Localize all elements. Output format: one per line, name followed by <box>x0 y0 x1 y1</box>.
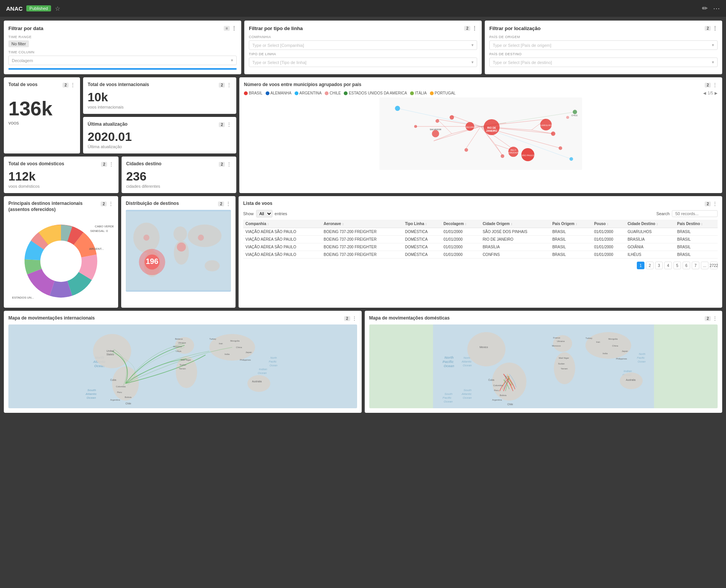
total-dom-controls: 2 ⋮ <box>101 161 114 167</box>
filter-type-header: Filtrar por tipo de linha 2 ⋮ <box>249 25 477 31</box>
companhia-select[interactable]: Type or Select [Companhia] ▾ <box>249 40 477 50</box>
col-pais-destino[interactable]: País Destino ↕ <box>675 220 718 228</box>
svg-text:Philippines: Philippines <box>240 359 251 361</box>
chevron-down-icon: ▾ <box>471 43 474 48</box>
table-row: VIAÇÃO AÉREA SÃO PAULOBOEING 737-200 FRE… <box>243 251 718 259</box>
total-int-label: voos internacionais <box>88 105 232 109</box>
sort-icon: ↕ <box>511 222 513 226</box>
total-int-value: 10k <box>88 91 232 103</box>
page-2-btn[interactable]: 2 <box>646 262 654 269</box>
mapa-domestico-card: Mapa de movimentações domésticas 2 ⋮ Nor… <box>365 311 723 413</box>
svg-text:China: China <box>236 346 242 348</box>
search-row: Search <box>656 210 718 217</box>
distribuicao-controls: 2 ⋮ <box>218 201 231 207</box>
total-domesticos-card: Total de voos domésticos 2 ⋮ 112k voos d… <box>4 157 119 193</box>
svg-point-48 <box>566 116 569 119</box>
svg-text:North: North <box>639 353 645 355</box>
svg-point-128 <box>585 332 631 359</box>
origem-select[interactable]: Type or Select [País de origem] ▾ <box>489 40 718 50</box>
table-controls: Show All 10 25 50 entries Search <box>243 210 718 217</box>
svg-text:Morocco: Morocco <box>173 345 182 348</box>
page-1-btn[interactable]: 1 <box>637 262 644 269</box>
col-pais-origem[interactable]: País Origem ↕ <box>550 220 592 228</box>
total-int-menu[interactable]: ⋮ <box>226 82 232 88</box>
ultima-menu[interactable]: ⋮ <box>226 121 232 128</box>
legend-next-icon[interactable]: ▶ <box>715 91 718 95</box>
total-dom-header: Total de voos domésticos 2 ⋮ <box>8 161 114 167</box>
svg-text:HORIZONTE: HORIZONTE <box>508 152 519 154</box>
lista-menu[interactable]: ⋮ <box>712 201 718 207</box>
date-slider[interactable] <box>8 68 237 70</box>
search-input[interactable] <box>672 210 718 217</box>
total-int-badge: 2 <box>219 83 225 88</box>
topbar-right: ✏ ⋯ <box>702 4 720 13</box>
destino-select[interactable]: Type or Select [País de destino] ▾ <box>489 58 718 67</box>
ultima-label: Última atualização <box>88 144 232 149</box>
distribuicao-menu[interactable]: ⋮ <box>226 201 231 207</box>
page-3-btn[interactable]: 3 <box>655 262 663 269</box>
svg-text:Pacific: Pacific <box>442 396 452 399</box>
destinos-title: Principais destinos internacionais (asse… <box>8 201 101 213</box>
svg-text:RIO DE: RIO DE <box>487 126 496 129</box>
mapa-int-menu[interactable]: ⋮ <box>352 315 357 321</box>
legend-prev-icon[interactable]: ◀ <box>703 91 706 95</box>
svg-text:Pacific: Pacific <box>442 360 454 364</box>
total-voos-menu[interactable]: ⋮ <box>70 82 75 88</box>
brasil-label: BRASIL <box>249 91 263 95</box>
col-companhia[interactable]: Companhia ↕ <box>243 220 321 228</box>
no-filter-button[interactable]: No filter <box>8 40 29 47</box>
svg-text:Ocean: Ocean <box>269 364 277 367</box>
svg-text:ARGENT...: ARGENT... <box>89 248 104 251</box>
cidades-label: cidades diferentes <box>126 184 232 189</box>
svg-text:Ukraine: Ukraine <box>557 340 565 342</box>
svg-text:Mongolia: Mongolia <box>230 340 240 342</box>
page-last-btn[interactable]: 2722 <box>710 262 718 269</box>
companhia-label: COMPANHIA <box>249 35 477 39</box>
mapa-dom-header: Mapa de movimentações domésticas 2 ⋮ <box>369 315 718 321</box>
chevron-down-icon: ▾ <box>712 43 714 48</box>
total-dom-menu[interactable]: ⋮ <box>109 161 114 167</box>
svg-text:Ukraine: Ukraine <box>178 342 186 344</box>
edit-icon[interactable]: ✏ <box>702 4 708 13</box>
page-5-btn[interactable]: 5 <box>673 262 681 269</box>
col-decolagem[interactable]: Decolagem ↕ <box>441 220 481 228</box>
mapa-dom-menu[interactable]: ⋮ <box>712 315 718 321</box>
svg-point-47 <box>573 110 577 114</box>
col-aeronave[interactable]: Aeronave ↕ <box>321 220 402 228</box>
svg-text:South: South <box>463 388 471 392</box>
svg-point-46 <box>569 157 573 161</box>
filter-type-menu[interactable]: ⋮ <box>472 25 477 31</box>
svg-text:Belarus: Belarus <box>175 338 183 340</box>
page-4-btn[interactable]: 4 <box>664 262 672 269</box>
star-icon[interactable]: ☆ <box>55 5 60 12</box>
table-scroll[interactable]: Companhia ↕ Aeronave ↕ Tipo Linha ↕ Deco… <box>243 220 718 259</box>
svg-point-60 <box>188 225 222 247</box>
total-dom-badge: 2 <box>101 162 107 167</box>
filter-location-menu[interactable]: ⋮ <box>712 25 718 31</box>
col-pouso[interactable]: Pouso ↕ <box>592 220 625 228</box>
sort-icon: ↕ <box>607 222 609 226</box>
ultima-header: Última atualização 2 ⋮ <box>88 121 232 128</box>
network-menu[interactable]: ⋮ <box>712 82 718 88</box>
svg-point-44 <box>501 154 505 158</box>
page-7-btn[interactable]: 7 <box>692 262 699 269</box>
time-column-select[interactable]: Decolagem ▾ <box>8 56 237 65</box>
page-6-btn[interactable]: 6 <box>683 262 690 269</box>
tipo-linha-select[interactable]: Type or Select [Tipo de linha] ▾ <box>249 58 477 67</box>
filter-date-controls: ≡ ⋮ <box>224 25 237 31</box>
network-chart-card: Número de voos entre municípios agrupado… <box>239 77 722 193</box>
svg-point-39 <box>436 119 439 123</box>
total-dom-label: voos domésticos <box>8 184 114 189</box>
more-icon[interactable]: ⋯ <box>713 4 720 13</box>
legend-nav: ◀ 1/5 ▶ <box>703 91 718 95</box>
alemanha-label: ALEMANHA <box>271 91 292 95</box>
destinos-menu[interactable]: ⋮ <box>108 201 114 207</box>
col-cidade-origem[interactable]: Cidade Origem ↕ <box>480 220 550 228</box>
col-cidade-destino[interactable]: Cidade Destino ↕ <box>625 220 675 228</box>
total-int-title: Total de voos internacionais <box>88 82 219 88</box>
cidades-menu[interactable]: ⋮ <box>226 161 232 167</box>
ultima-atualizacao-card: Última atualização 2 ⋮ 2020.01 Última at… <box>83 117 236 153</box>
col-tipo[interactable]: Tipo Linha ↕ <box>403 220 441 228</box>
filter-date-menu[interactable]: ⋮ <box>231 25 237 31</box>
show-select[interactable]: All 10 25 50 <box>256 210 272 217</box>
